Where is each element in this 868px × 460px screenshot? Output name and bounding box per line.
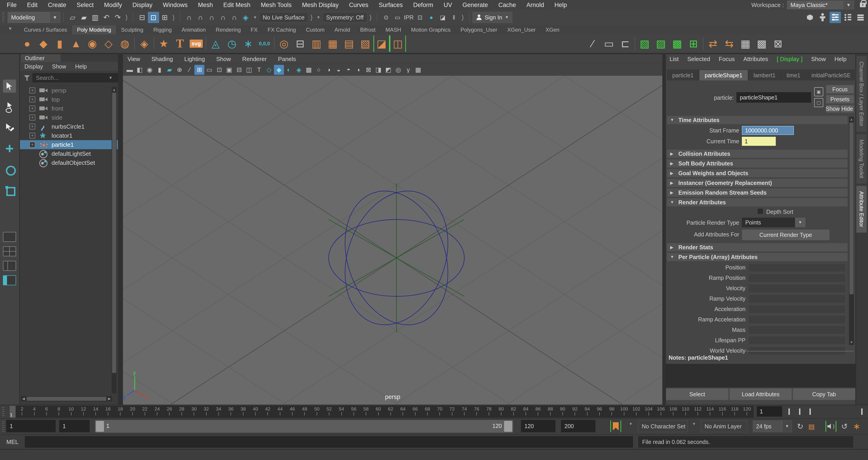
focus-button[interactable]: Focus: [826, 85, 854, 94]
view-transform-icon[interactable]: ▦: [413, 65, 423, 75]
menu-item[interactable]: Surfaces: [379, 2, 403, 8]
menu-item[interactable]: Modify: [104, 2, 122, 8]
command-language-toggle[interactable]: MEL: [0, 438, 25, 446]
checker-material-icon[interactable]: ▦: [737, 35, 754, 52]
boolean-icon[interactable]: ⊟: [292, 35, 308, 52]
gamma-icon[interactable]: γ: [403, 65, 413, 75]
range-handle-right[interactable]: [504, 421, 512, 432]
shelf-tab[interactable]: FX Caching: [263, 25, 301, 34]
character-set-selector[interactable]: No Character Set: [638, 421, 688, 432]
shelf-tab[interactable]: Rendering: [211, 25, 246, 34]
chevron-down-icon[interactable]: ▼: [692, 422, 696, 426]
notes-resize-grip[interactable]: [734, 351, 854, 351]
snap-point-icon[interactable]: ∩: [206, 12, 217, 23]
viewport-menu-item[interactable]: Panels: [278, 56, 296, 63]
ae-menu-item[interactable]: Help: [835, 56, 846, 63]
textured-mode-icon[interactable]: ◈: [294, 65, 304, 75]
go-to-end-button[interactable]: [858, 406, 867, 417]
select-button[interactable]: Select: [666, 388, 728, 400]
menu-item[interactable]: Mesh: [198, 2, 213, 8]
shelf-tab[interactable]: Polygons_User: [456, 25, 502, 34]
section-header[interactable]: ▶ Instancer (Geometry Replacement): [667, 179, 848, 187]
scroll-left-icon[interactable]: ◀: [21, 397, 26, 401]
live-surface-field[interactable]: No Live Surface: [259, 12, 308, 23]
per-particle-field[interactable]: [748, 263, 845, 272]
expand-toggle[interactable]: +: [29, 96, 35, 102]
grid-toggle-icon[interactable]: ⊞: [194, 65, 204, 75]
notes-text-area[interactable]: [666, 364, 855, 388]
section-header-per-particle[interactable]: ▼ Per Particle (Array) Attributes: [667, 253, 848, 261]
expand-toggle[interactable]: +: [29, 115, 35, 121]
outliner-item[interactable]: + defaultLightSet: [20, 149, 118, 158]
chevron-down-icon[interactable]: ▼: [108, 75, 113, 80]
chevron-down-icon[interactable]: ▼: [253, 15, 257, 20]
mirror-cut-icon[interactable]: ◪: [373, 35, 390, 52]
node-name-field[interactable]: particleShape1: [737, 92, 811, 103]
shelf-icon[interactable]: [204, 35, 208, 52]
default-light-icon[interactable]: ◑: [324, 65, 334, 75]
expand-toggle[interactable]: +: [29, 124, 35, 129]
current-render-type-button[interactable]: Current Render Type: [742, 229, 830, 240]
scrollbar-thumb[interactable]: [112, 93, 116, 373]
outliner-horizontal-scrollbar[interactable]: ◀ ▶: [21, 396, 112, 401]
current-frame-field[interactable]: 1: [757, 406, 782, 417]
copy-tab-button[interactable]: Copy Tab: [793, 388, 855, 400]
output-connections-icon[interactable]: ▢: [814, 98, 823, 107]
menu-item[interactable]: Mesh Tools: [261, 2, 291, 8]
chevron-down-icon[interactable]: ▼: [505, 15, 509, 20]
exposure-icon[interactable]: ◎: [393, 65, 403, 75]
section-header[interactable]: ▶ Collision Attributes: [667, 149, 848, 158]
layout-single-pane[interactable]: [3, 232, 16, 242]
input-connections-icon[interactable]: ▣: [814, 87, 823, 96]
render-current-frame-icon[interactable]: ▭: [392, 12, 403, 23]
shelf-tab[interactable]: Bifrost: [355, 25, 380, 34]
drag-grip[interactable]: [2, 407, 4, 416]
super-ellipse-icon[interactable]: ★: [156, 35, 172, 52]
shelf-icon[interactable]: [633, 35, 637, 52]
shelf-tab[interactable]: Rigging: [148, 25, 177, 34]
camera-attributes-icon[interactable]: ◉: [145, 65, 155, 75]
anim-layer-selector[interactable]: No Anim Layer: [701, 421, 747, 432]
time-clock-icon[interactable]: ◷: [224, 35, 240, 52]
lock-camera-icon[interactable]: ◧: [135, 65, 145, 75]
tool-settings-toggle-icon[interactable]: [842, 12, 854, 23]
filter-icon[interactable]: [23, 74, 31, 82]
outliner-item[interactable]: + defaultObjectSet: [20, 158, 118, 167]
outliner-item[interactable]: + side: [20, 113, 118, 122]
ipr-render-icon[interactable]: IPR: [403, 12, 414, 23]
shelf-tab[interactable]: XGen_User: [502, 25, 540, 34]
layout-four-pane[interactable]: [3, 246, 16, 256]
command-input-field[interactable]: [25, 436, 633, 448]
expander-icon[interactable]: ⟩: [369, 13, 372, 22]
chevron-down-icon[interactable]: ▼: [795, 218, 805, 227]
scrollbar-thumb[interactable]: [849, 123, 854, 294]
menu-item[interactable]: Windows: [163, 2, 188, 8]
poly-disc-icon[interactable]: ◍: [117, 35, 133, 52]
scroll-down-icon[interactable]: ▼: [849, 339, 854, 345]
outliner-item[interactable]: + front: [20, 104, 118, 113]
search-input[interactable]: [33, 73, 118, 82]
delete-edge-icon[interactable]: ⊠: [770, 35, 786, 52]
outliner-panel-tab[interactable]: Outliner: [21, 54, 61, 62]
motion-path-icon[interactable]: ◬: [208, 35, 224, 52]
step-back-key-button[interactable]: [795, 406, 805, 417]
expander-icon[interactable]: ⟩: [461, 13, 464, 22]
menu-set-dropdown[interactable]: Modeling ▼: [8, 12, 60, 23]
node-tab[interactable]: particleShape1: [700, 70, 748, 81]
per-particle-field[interactable]: [748, 274, 845, 282]
menu-item[interactable]: Create: [48, 2, 66, 8]
save-scene-icon[interactable]: ▥: [90, 12, 101, 23]
film-gate-icon[interactable]: ▭: [204, 65, 214, 75]
measure-tool-icon[interactable]: ▭: [601, 35, 617, 52]
origin-000-icon[interactable]: 0,0,0: [256, 35, 273, 52]
ae-menu-item[interactable]: Show: [811, 56, 826, 63]
per-particle-field[interactable]: [748, 336, 845, 345]
shelf-tab[interactable]: Poly Modeling: [72, 25, 116, 34]
snap-curve-icon[interactable]: ∩: [195, 12, 206, 23]
node-tab[interactable]: initialParticleSE: [806, 70, 857, 81]
weave-icon[interactable]: ▩: [754, 35, 770, 52]
scale-tool[interactable]: [3, 184, 16, 197]
open-scene-icon[interactable]: ▰: [78, 12, 90, 23]
sign-in-button[interactable]: Sign In ▼: [473, 12, 512, 23]
multi-cut-icon[interactable]: ∕: [585, 35, 601, 52]
